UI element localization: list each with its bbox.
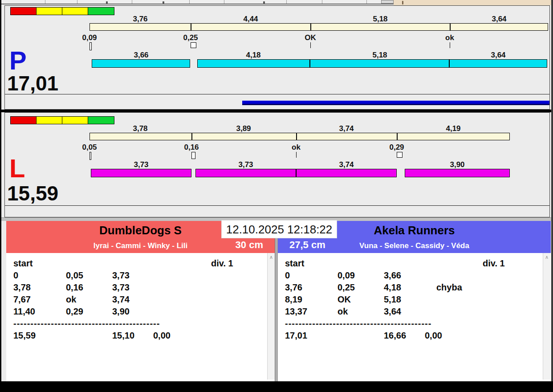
split-time-label: 3,74 — [326, 124, 366, 133]
app-window: 3,764,445,183,64 0,090,25OKok 3,664,185,… — [0, 0, 553, 392]
datetime-display: 12.10.2025 12:18:22 — [221, 220, 337, 238]
start-light-red-cell — [11, 117, 37, 124]
lane-letter: L — [9, 155, 25, 181]
table-cell: 0,09 — [337, 270, 355, 281]
split-time-label: 3,64 — [479, 15, 519, 24]
split-divider — [450, 24, 451, 30]
crossover-error-box — [191, 42, 196, 48]
split-time-label: 3,76 — [120, 15, 160, 24]
table-row: 11,400,293,90 — [6, 306, 275, 317]
run-time-label: 3,66 — [121, 51, 161, 60]
crossover-label: 0,25 — [171, 33, 211, 42]
split-time-label: 3,89 — [224, 124, 264, 133]
start-lights — [10, 7, 114, 15]
table-header-row: startdiv. 1 — [278, 258, 551, 269]
results-scrollbar[interactable]: ∧ — [267, 253, 275, 380]
crossover-label: ok — [430, 33, 470, 42]
jump-height-label: 27,5 cm — [289, 239, 325, 251]
run-time-bar-segment — [405, 169, 510, 177]
run-time-bar-segment — [91, 169, 191, 177]
table-header-row: startdiv. 1 — [6, 258, 275, 269]
penalty-time: 0,00 — [153, 331, 171, 341]
toolbar-button-separator — [224, 0, 224, 4]
panel-splitter[interactable] — [275, 221, 278, 381]
table-cell: 3,66 — [384, 270, 401, 281]
side-panel-edge — [394, 0, 551, 5]
table-row: 00,093,66 — [278, 270, 551, 281]
table-cell: 5,18 — [384, 294, 401, 305]
run-time-bar-segment — [449, 59, 547, 68]
team-panel-left: DumbleDogs S lyrai - Cammi - Winky - Lil… — [6, 221, 275, 381]
lane-letter: P — [9, 48, 27, 74]
start-light-yellow-cell — [37, 117, 62, 124]
table-cell: 0,05 — [66, 270, 83, 281]
start-light-green-cell — [88, 117, 114, 124]
total-time: 17,01 — [285, 331, 307, 341]
toolbar-button-separator — [366, 0, 367, 4]
split-times-bar — [89, 23, 548, 31]
run-time-label: 5,18 — [360, 51, 400, 60]
table-row: 00,053,73 — [6, 270, 275, 281]
results-table: startdiv. 100,053,733,780,163,737,67ok3,… — [6, 253, 275, 381]
run-time-label: 3,74 — [326, 160, 366, 169]
run-time-bar-segment — [296, 169, 397, 177]
heat-progress-bar — [242, 101, 549, 105]
table-row: 13,37ok3,64 — [278, 306, 551, 317]
crossover-label: ok — [276, 143, 316, 152]
start-lights — [10, 116, 114, 124]
table-cell: 0,29 — [66, 306, 83, 317]
crossover-label: OK — [290, 33, 330, 42]
panel-glyph-fragment — [402, 1, 403, 4]
table-cell: ok — [66, 294, 76, 305]
lane-total-time: 15,59 — [7, 183, 58, 204]
toolbar-button-separator — [286, 0, 287, 4]
table-cell: 0,25 — [337, 282, 355, 293]
team-panel-right: Akela Runners Vuna - Selene - Cassidy - … — [278, 221, 551, 381]
crossover-label: 0,09 — [69, 33, 110, 42]
panel-divider-line — [5, 205, 549, 206]
table-cell: 8,19 — [285, 294, 302, 305]
division-label: div. 1 — [483, 258, 505, 269]
table-cell: ok — [337, 306, 348, 317]
clean-time: 16,66 — [384, 331, 406, 341]
team-dogs: lyrai - Cammi - Winky - Lili — [6, 241, 275, 250]
start-light-red-cell — [11, 8, 37, 15]
toolbar-glyph-fragment — [263, 1, 265, 4]
table-cell: 3,90 — [112, 306, 130, 317]
scroll-up-icon[interactable]: ∧ — [268, 253, 275, 261]
toolbar-glyph-fragment — [106, 1, 108, 4]
table-cell: 4,18 — [384, 282, 401, 293]
split-divider — [296, 133, 297, 140]
table-cell: 0 — [13, 270, 18, 281]
table-cell: 11,40 — [13, 306, 35, 317]
start-light-yellow-cell — [62, 117, 88, 124]
toolbar-strip[interactable] — [1, 0, 394, 4]
totals-row: 15,5915,100,00 — [6, 331, 275, 341]
toolbar-button-separator — [132, 0, 132, 4]
crossover-error-box — [191, 152, 195, 159]
start-light-green-cell — [88, 8, 114, 15]
start-label: start — [285, 258, 304, 269]
crossover-ok-tick — [296, 152, 297, 158]
toolbar-button-fragment[interactable] — [381, 0, 394, 4]
table-cell: 3,78 — [13, 282, 31, 293]
table-cell: 3,74 — [112, 294, 130, 305]
table-cell: 13,37 — [285, 306, 307, 317]
toolbar-button-separator — [322, 0, 322, 4]
clean-time: 15,10 — [112, 331, 134, 341]
table-cell: chyba — [436, 282, 462, 293]
split-time-label: 5,18 — [360, 15, 400, 24]
scroll-up-icon[interactable]: ∧ — [543, 253, 550, 261]
crossover-error-box — [89, 42, 92, 50]
jump-height-label: 30 cm — [236, 239, 263, 251]
crossover-error-box — [397, 152, 403, 158]
table-row: 3,780,163,73 — [6, 282, 275, 293]
lane-panel-l: 3,783,893,744,19 0,050,16ok0,29 3,733,73… — [4, 112, 550, 217]
split-divider — [310, 24, 311, 30]
crossover-error-box — [89, 152, 91, 160]
split-time-label: 4,19 — [433, 124, 473, 133]
division-label: div. 1 — [211, 258, 233, 269]
results-scrollbar[interactable]: ∧ — [543, 253, 550, 380]
table-row: 8,19OK5,18 — [278, 294, 551, 305]
lane-total-time: 17,01 — [7, 73, 58, 94]
